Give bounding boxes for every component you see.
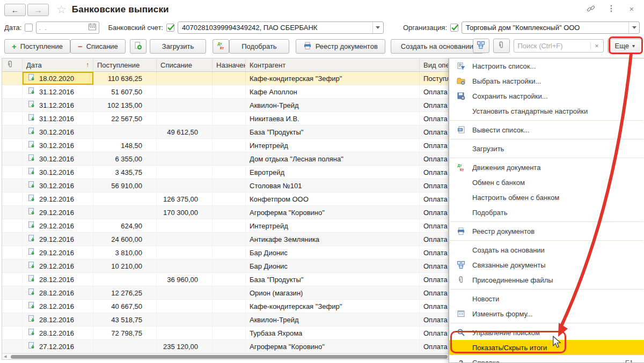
cell-optype[interactable]: Оплата по [420,206,448,219]
scroll-left-icon[interactable]: ◀ [4,354,6,359]
cell-purpose[interactable] [213,192,246,205]
receipt-button[interactable]: + Поступление [4,39,70,54]
scrollbar-thumb[interactable] [11,355,448,359]
favorite-star-icon[interactable]: ☆ [56,3,67,16]
cell-counterparty[interactable]: Интертрейд [246,219,420,232]
close-icon[interactable]: × [627,4,636,13]
cell-date[interactable]: 29.12.2016 [23,260,93,272]
cell-purpose[interactable] [213,313,246,326]
related-docs-button[interactable] [473,39,489,53]
import-file-button[interactable] [130,39,147,54]
kebab-menu-icon[interactable] [606,4,616,13]
cell-receipt[interactable] [93,192,157,205]
table-row[interactable]: 28.12.201636 960,00База "Продукты"Оплата… [2,273,448,286]
date-filter-checkbox[interactable] [25,24,33,32]
menu-item[interactable]: Обмен с банком [449,175,644,190]
more-button[interactable]: Еще ▾ [608,39,642,53]
cell-writeoff[interactable]: 235 120,00 [157,340,213,353]
cell-receipt[interactable] [93,206,157,219]
cell-counterparty[interactable]: База "Продукты" [246,273,420,286]
column-counterparty[interactable]: Контрагент [246,58,420,71]
cell-purpose[interactable] [213,125,246,138]
table-row[interactable]: 31.12.201622 567,50Никитаева И.В.Оплата … [2,112,448,125]
menu-item[interactable]: Сохранить настройки... [449,88,644,103]
cell-receipt[interactable] [93,273,157,286]
table-row[interactable]: 27.12.2016235 120,00Агроферма "Коровино"… [2,340,448,353]
cell-purpose[interactable] [213,72,246,85]
table-row[interactable]: 29.12.2016126 375,00Конфетпром ООООплата… [2,192,448,206]
cell-writeoff[interactable] [157,233,213,246]
column-writeoff[interactable]: Списание [157,58,213,71]
table-row[interactable]: 30.12.201649 612,50База "Продукты"Оплата… [2,125,448,139]
cell-attachment[interactable] [2,152,23,165]
cell-purpose[interactable] [213,300,246,313]
cell-counterparty[interactable]: Дом отдыха "Лесная поляна" [246,152,420,165]
organization-combo[interactable]: Торговый дом "Комплексный" ООО [462,21,640,34]
cell-optype[interactable]: Оплата от [420,286,448,299]
column-attachment[interactable] [2,58,23,71]
cell-date[interactable]: 28.12.2016 [23,273,93,286]
search-input[interactable] [514,42,590,50]
cell-date[interactable]: 30.12.2016 [23,179,93,192]
table-row[interactable]: 29.12.201624 600,00Антикафе ЗемляникаОпл… [2,233,448,246]
cell-date[interactable]: 30.12.2016 [23,152,93,165]
cell-counterparty[interactable]: Интертрейд [246,139,420,152]
cell-attachment[interactable] [2,300,23,313]
table-row[interactable]: 29.12.2016170 300,00Агроферма "Коровино"… [2,206,448,219]
cell-counterparty[interactable]: Антикафе Земляника [246,233,420,246]
cell-writeoff[interactable] [157,260,213,272]
cell-purpose[interactable] [213,112,246,125]
table-row[interactable]: 30.12.20163 435,75ЕвротрейдОплата от [2,166,448,179]
cell-writeoff[interactable] [157,152,213,165]
cell-purpose[interactable] [213,246,246,259]
bank-account-combo[interactable]: 40702810399994349242, ПАО СБЕРБАНК [178,21,384,34]
load-button[interactable]: Загрузить [150,39,206,54]
cell-optype[interactable]: Оплата от [420,246,448,259]
cell-attachment[interactable] [2,72,23,85]
cell-receipt[interactable]: 56 910,00 [93,179,157,192]
cell-optype[interactable]: Оплата по [420,273,448,286]
cell-counterparty[interactable]: Кафе-кондитерская "Зефир" [246,300,420,313]
cell-attachment[interactable] [2,260,23,272]
writeoff-button[interactable]: − Списание [70,39,126,54]
cell-purpose[interactable] [213,219,246,232]
cell-counterparty[interactable]: Бар Дионис [246,260,420,272]
cell-writeoff[interactable]: 126 375,00 [157,192,213,205]
table-row[interactable]: 29.12.20163 810,00Бар ДионисОплата от [2,246,448,260]
cell-receipt[interactable]: 43 518,75 [93,313,157,326]
table-row[interactable]: 30.12.2016148,50ИнтертрейдОплата от [2,139,448,152]
cell-optype[interactable]: Оплата от [420,219,448,232]
cell-optype[interactable]: Оплата от [420,85,448,98]
pick-button[interactable]: Подобрать [229,39,289,54]
cell-attachment[interactable] [2,125,23,138]
cell-writeoff[interactable] [157,85,213,98]
cell-optype[interactable]: Оплата от [420,99,448,112]
cell-counterparty[interactable]: Конфетпром ООО [246,192,420,205]
cell-purpose[interactable] [213,286,246,299]
menu-item[interactable]: Загрузить [449,141,644,156]
cell-purpose[interactable] [213,233,246,246]
horizontal-scrollbar[interactable]: ◀ [2,353,448,359]
cell-purpose[interactable] [213,340,246,353]
table-row[interactable]: 18.02.2020110 636,25Кафе-кондитерская "З… [2,72,448,85]
attachments-button[interactable] [493,39,510,53]
cell-counterparty[interactable]: Аквилон-Трейд [246,313,420,326]
cell-receipt[interactable]: 624,90 [93,219,157,232]
cell-optype[interactable]: Оплата от [420,260,448,272]
registry-button[interactable]: Реестр документов [296,39,385,54]
column-purpose[interactable]: Назначени... [213,58,246,71]
cell-attachment[interactable] [2,99,23,112]
cell-purpose[interactable] [213,179,246,192]
cell-receipt[interactable] [93,340,157,353]
menu-item[interactable]: Новости [449,291,644,306]
menu-item[interactable]: Настроить список... [449,58,644,73]
cell-writeoff[interactable] [157,166,213,179]
menu-item[interactable]: ?СправкаF1 [449,355,644,363]
cell-purpose[interactable] [213,139,246,152]
menu-item[interactable]: Изменить форму... [449,306,644,321]
cell-counterparty[interactable]: Агроферма "Коровино" [246,340,420,353]
cell-date[interactable]: 29.12.2016 [23,219,93,232]
cell-date[interactable]: 30.12.2016 [23,166,93,179]
menu-item[interactable]: Создать на основании [449,242,644,257]
cell-optype[interactable]: Оплата от [420,139,448,152]
